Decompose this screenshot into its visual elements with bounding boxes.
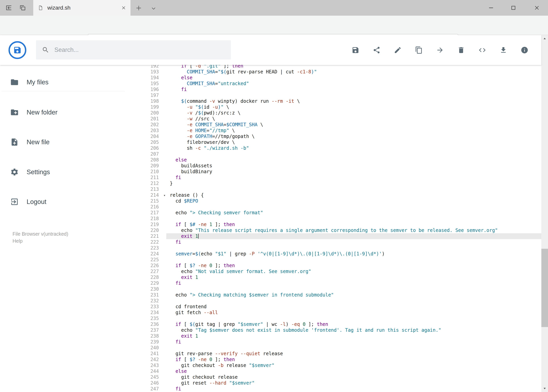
code-text[interactable] xyxy=(166,315,541,321)
info-button[interactable] xyxy=(520,46,528,54)
code-line-230[interactable]: 230 xyxy=(126,286,541,292)
code-text[interactable]: fi xyxy=(166,239,541,245)
code-line-227[interactable]: 227 echo "Not valid semver format. See s… xyxy=(126,268,541,274)
code-line-243[interactable]: 243 git checkout -b release "$semver" xyxy=(126,363,541,368)
rename-button[interactable] xyxy=(394,46,402,54)
code-line-239[interactable]: 239 fi xyxy=(126,339,541,345)
save-button[interactable] xyxy=(352,46,359,54)
page-scrollbar[interactable] xyxy=(541,35,548,392)
code-text[interactable]: if [ $? -ne 0 ]; then xyxy=(166,263,541,268)
code-text[interactable]: echo "Not valid semver format. See semve… xyxy=(166,268,541,274)
code-line-221[interactable]: 221 exit 1 xyxy=(126,233,541,239)
code-line-200[interactable]: 200 -v /$(pwd):/src:z \ xyxy=(126,110,541,116)
code-text[interactable]: fi xyxy=(166,339,541,345)
code-text[interactable]: filebrowser/dev \ xyxy=(166,139,541,145)
help-link[interactable]: Help xyxy=(13,237,68,245)
code-text[interactable]: git rev-parse --verify --quiet release xyxy=(166,351,541,357)
code-line-242[interactable]: 242 if [ $? -ne 0 ]; then xyxy=(126,357,541,363)
code-line-218[interactable]: 218 xyxy=(126,216,541,222)
scroll-down-icon[interactable] xyxy=(541,385,548,392)
code-text[interactable]: echo "> Checking matching $semver in fro… xyxy=(166,292,541,298)
code-line-212[interactable]: 212} xyxy=(126,181,541,186)
sidebar-item-logout[interactable]: Logout xyxy=(0,193,126,210)
code-text[interactable]: echo "Tag $semver does not exist in subm… xyxy=(166,327,541,333)
code-text[interactable] xyxy=(166,186,541,192)
code-line-219[interactable]: 219 if [ $# -ne 1 ]; then xyxy=(126,222,541,227)
code-text[interactable] xyxy=(166,151,541,157)
code-text[interactable]: -e GOPATH=//tmp/gopath \ xyxy=(166,133,541,139)
code-line-235[interactable]: 235 xyxy=(126,315,541,321)
code-text[interactable]: -e HOME="//tmp" \ xyxy=(166,128,541,133)
code-text[interactable]: buildAssets xyxy=(166,163,541,169)
code-line-215[interactable]: 215 cd $REPO xyxy=(126,198,541,204)
code-line-202[interactable]: 202 -e COMMIT_SHA=$COMMIT_SHA \ xyxy=(126,122,541,128)
code-line-238[interactable]: 238 exit 1 xyxy=(126,333,541,339)
scroll-up-icon[interactable] xyxy=(541,35,548,42)
code-text[interactable]: git fetch --all xyxy=(166,310,541,315)
browser-tab[interactable]: wizard.sh xyxy=(33,0,131,16)
code-line-236[interactable]: 236 if [ $(git tag | grep "$semver" | wc… xyxy=(126,321,541,327)
move-button[interactable] xyxy=(436,46,444,54)
code-line-207[interactable]: 207 xyxy=(126,151,541,157)
code-line-195[interactable]: 195 COMMIT_SHA="untracked" xyxy=(126,81,541,86)
code-line-199[interactable]: 199 -u "$(id -u)" \ xyxy=(126,104,541,110)
code-text[interactable]: $(command -v winpty) docker run --rm -it… xyxy=(166,98,541,104)
code-text[interactable]: -e COMMIT_SHA=$COMMIT_SHA \ xyxy=(166,122,541,128)
code-line-231[interactable]: 231 echo "> Checking matching $semver in… xyxy=(126,292,541,298)
code-line-209[interactable]: 209 buildAssets xyxy=(126,163,541,169)
code-line-226[interactable]: 226 if [ $? -ne 0 ]; then xyxy=(126,263,541,268)
code-text[interactable] xyxy=(166,216,541,222)
code-text[interactable]: COMMIT_SHA="untracked" xyxy=(166,81,541,86)
code-line-205[interactable]: 205 filebrowser/dev \ xyxy=(126,139,541,145)
sidebar-item-new-file[interactable]: New file xyxy=(0,133,126,151)
sidebar-item-settings[interactable]: Settings xyxy=(0,163,126,181)
download-button[interactable] xyxy=(499,46,507,54)
code-text[interactable] xyxy=(166,204,541,210)
code-text[interactable] xyxy=(166,298,541,304)
tabs-you-set-aside-icon[interactable] xyxy=(19,4,26,12)
share-button[interactable] xyxy=(373,46,381,54)
code-line-234[interactable]: 234 git fetch --all xyxy=(126,310,541,315)
code-text[interactable]: COMMIT_SHA="$(git rev-parse HEAD | cut -… xyxy=(166,69,541,75)
code-line-214[interactable]: 214▾release () { xyxy=(126,192,541,198)
code-line-223[interactable]: 223 xyxy=(126,245,541,251)
code-text[interactable]: exit 1 xyxy=(166,233,541,239)
code-text[interactable]: git checkout -b release "$semver" xyxy=(166,363,541,368)
code-text[interactable]: release () { xyxy=(166,192,541,198)
code-line-216[interactable]: 216 xyxy=(126,204,541,210)
code-line-224[interactable]: 224 semver=$(echo "$1" | grep -P '^v(0|[… xyxy=(126,251,541,257)
code-text[interactable]: } xyxy=(166,181,541,186)
code-line-240[interactable]: 240 xyxy=(126,345,541,351)
code-line-210[interactable]: 210 buildBinary xyxy=(126,169,541,175)
code-text[interactable] xyxy=(166,257,541,263)
code-line-194[interactable]: 194 else xyxy=(126,75,541,81)
code-line-192[interactable]: 192 if [ -d ".git" ]; then xyxy=(126,65,541,69)
code-line-246[interactable]: 246 git reset --hard "$semver" xyxy=(126,380,541,386)
code-text[interactable]: -w //src \ xyxy=(166,116,541,122)
code-line-228[interactable]: 228 exit 1 xyxy=(126,274,541,280)
copy-button[interactable] xyxy=(415,46,423,54)
code-line-206[interactable]: 206 sh -c "./wizard.sh -b" xyxy=(126,145,541,151)
code-text[interactable]: cd frontend xyxy=(166,304,541,310)
code-line-247[interactable]: 247 fi xyxy=(126,386,541,392)
code-line-213[interactable]: 213 xyxy=(126,186,541,192)
code-text[interactable] xyxy=(166,345,541,351)
code-text[interactable]: else xyxy=(166,75,541,81)
code-text[interactable]: semver=$(echo "$1" | grep -P '^v(0|[1-9]… xyxy=(166,251,541,257)
code-line-241[interactable]: 241 git rev-parse --verify --quiet relea… xyxy=(126,351,541,357)
code-text[interactable]: if [ -d ".git" ]; then xyxy=(166,65,541,69)
code-text[interactable]: fi xyxy=(166,386,541,392)
code-text[interactable]: exit 1 xyxy=(166,274,541,280)
tab-preview-chevron-icon[interactable] xyxy=(151,6,157,11)
sidebar-item-new-folder[interactable]: New folder xyxy=(0,104,126,121)
code-text[interactable]: echo "> Checking semver format" xyxy=(166,210,541,216)
code-text[interactable]: echo "This release script requires a sin… xyxy=(166,227,541,233)
code-line-233[interactable]: 233 cd frontend xyxy=(126,304,541,310)
code-line-211[interactable]: 211 fi xyxy=(126,175,541,181)
delete-button[interactable] xyxy=(457,46,465,54)
code-line-197[interactable]: 197 xyxy=(126,92,541,98)
code-line-217[interactable]: 217 echo "> Checking semver format" xyxy=(126,210,541,216)
code-line-208[interactable]: 208 else xyxy=(126,157,541,163)
code-text[interactable]: if [ $? -ne 0 ]; then xyxy=(166,357,541,363)
code-line-222[interactable]: 222 fi xyxy=(126,239,541,245)
